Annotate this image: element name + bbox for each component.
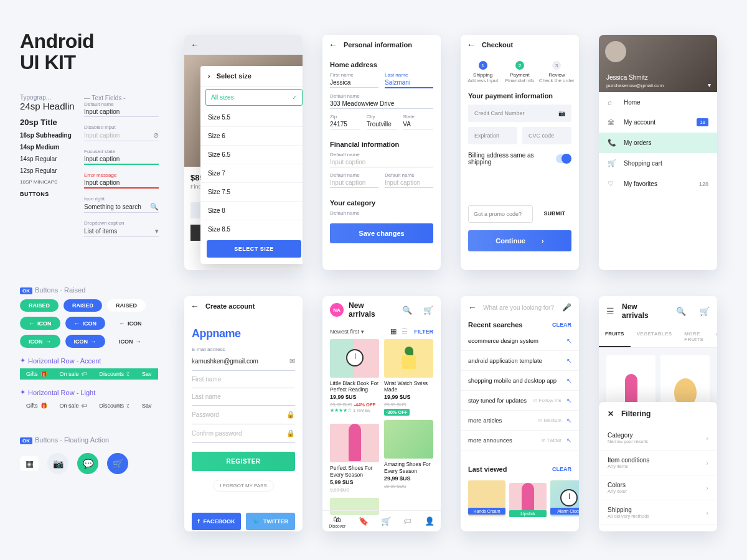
password-input[interactable]: Password🔒 [192,406,295,424]
hamburger-icon[interactable]: ☰ [606,306,614,316]
list-view-icon[interactable]: ☰ [402,327,408,335]
chip-light-gifts[interactable]: Gifts 🎁 [20,400,54,411]
fab-camera[interactable]: 📷 [47,453,68,474]
product-card[interactable]: Wrist Watch Swiss Made 19,99 $US 29,99 $… [384,339,433,415]
chip-light-discounts[interactable]: Discounts ٪ [93,400,136,411]
nav-discover-icon[interactable]: 🛍 [329,515,345,524]
close-icon[interactable]: ✕ [608,409,614,418]
drawer-favorites[interactable]: ♡My favorites128 [599,174,717,194]
drawer-home[interactable]: ⌂Home [599,92,717,112]
back-button[interactable]: ← [467,40,476,50]
drawer-orders[interactable]: 📞My orders [599,133,717,153]
filter-row-price[interactable]: Price rangeAny price› [599,525,717,531]
address-input[interactable]: 303 Meadowview Drive [330,99,433,109]
fab-message[interactable]: 💬 [77,453,98,474]
email-input[interactable]: kamushken@gmail.com✉ [192,352,295,371]
back-button[interactable]: ← [468,302,477,312]
zip-input[interactable]: 24175 [330,119,360,129]
fin-input-3[interactable]: Input caption [385,178,433,188]
search-icon[interactable]: 🔍 [402,306,412,315]
select-size-button[interactable]: SELECT SIZE [207,240,301,258]
icon-button-blue-left[interactable]: ←ICON [65,317,106,330]
city-input[interactable]: Troutville [367,119,397,129]
nav-profile-icon[interactable]: 👤 [425,516,435,526]
chip-light-onsale[interactable]: On sale 🏷 [54,400,93,411]
step-shipping[interactable]: 1ShippingAddress input [464,61,501,83]
avatar[interactable] [605,41,626,62]
tab-vegetables[interactable]: VEGETABLES [631,326,679,347]
clear-lastviewed-button[interactable]: CLEAR [552,466,571,472]
product-card[interactable]: Perfect Shoes For Every Season 5,99 $US … [330,420,379,492]
fab-grid[interactable]: ▦ [20,456,39,471]
fin-input-1[interactable]: Input caption [330,157,433,167]
size-option[interactable]: Size 5.5 [200,108,303,127]
first-name-input[interactable]: Jessica [330,78,378,88]
back-button[interactable]: ← [329,40,337,50]
size-option-all[interactable]: All sizes✓ [205,89,303,106]
confirm-password-input[interactable]: Confirm password🔒 [192,424,295,443]
size-option[interactable]: Size 8.5 [200,220,303,234]
tab-fruits[interactable]: FRUITS [599,326,631,347]
modal-close-icon[interactable]: › [208,72,210,80]
tab-overflow[interactable]: A [710,326,717,347]
icon-button-green-right[interactable]: ICON→ [20,335,60,348]
raised-button-green[interactable]: RAISED [20,299,59,312]
nav-cart-icon[interactable]: 🛒 [381,516,391,526]
promo-code-input[interactable]: Got a promo code? [468,205,533,223]
filter-row-shipping[interactable]: ShippingAll delivery methods› [599,500,717,525]
chip-discounts[interactable]: Discounts ٪ [93,368,136,380]
tf-default-input[interactable]: Input caption [84,107,159,117]
search-item[interactable]: shopping mobile and desktop app↖ [461,371,579,391]
icon-button-plain-right[interactable]: ICON→ [110,335,151,348]
sort-dropdown[interactable]: Newest first ▾ [330,329,364,335]
back-button[interactable]: ← [190,40,199,50]
tf-focused-input[interactable]: Input caption [84,154,159,165]
icon-button-blue-right[interactable]: ICON→ [65,335,106,348]
cart-icon[interactable]: 🛒 [423,306,433,315]
filter-row-category[interactable]: CategoryNarrow your results› [599,426,717,450]
filter-row-colors[interactable]: ColorsAny color› [599,475,717,500]
chevron-down-icon[interactable]: ▾ [708,82,711,88]
back-button[interactable]: ← [190,301,199,311]
lastviewed-item[interactable]: Hands Cream [468,480,505,517]
size-option[interactable]: Size 7.5 [200,183,303,202]
drawer-cart[interactable]: 🛒Shopping cart [599,153,717,174]
save-changes-button[interactable]: Save changes [330,223,433,243]
search-item[interactable]: more articlesin Medium↖ [461,411,579,431]
register-button[interactable]: REGISTER [192,452,295,471]
twitter-button[interactable]: 🐦TWITTER [246,513,295,530]
facebook-button[interactable]: fFACEBOOK [192,513,241,530]
size-option[interactable]: Size 8 [200,202,303,220]
billing-toggle[interactable] [556,154,571,163]
search-icon[interactable]: 🔍 [676,307,686,316]
continue-button[interactable]: Continue› [468,230,571,251]
chip-gifts[interactable]: Gifts 🎁 [20,368,54,380]
state-input[interactable]: VA [403,119,433,129]
last-name-input[interactable]: Last name [192,388,295,406]
forgot-password-link[interactable]: I FORGOT MY PASS [213,480,274,492]
last-name-input[interactable]: Salzmani [385,78,433,88]
size-option[interactable]: Size 6 [200,127,303,146]
cvc-input[interactable]: CVC code [522,127,571,144]
product-card[interactable]: Amazing Shoes For Every Season 29,99 $US… [384,420,433,492]
first-name-input[interactable]: First name [192,371,295,388]
fin-input-2[interactable]: Input caption [330,178,378,188]
step-review[interactable]: 3ReviewCheck the order [538,61,575,83]
cc-number-input[interactable]: Credit Card Number📷 [468,105,571,122]
icon-button-green-left[interactable]: ←ICON [20,317,60,330]
expiration-input[interactable]: Expiration [468,127,517,144]
camera-icon[interactable]: 📷 [558,110,565,116]
icon-button-plain-left[interactable]: ←ICON [110,317,151,330]
grid-view-icon[interactable]: ▦ [390,327,397,335]
size-option[interactable]: Size 6.5 [200,146,303,164]
submit-promo-button[interactable]: SUBMIT [538,205,572,223]
cart-icon[interactable]: 🛒 [700,307,710,316]
search-item[interactable]: ecommerce design system↖ [461,331,579,351]
search-input[interactable]: What are you looking for? [483,304,556,311]
chip-onsale[interactable]: On sale 🏷 [54,368,93,380]
drawer-account[interactable]: 🏛My account18 [599,112,717,133]
chip-save[interactable]: Sav [136,368,158,380]
search-item[interactable]: android application template↖ [461,351,579,371]
search-item[interactable]: stay tuned for updatesin Follow me↖ [461,391,579,411]
size-option[interactable]: Size 7 [200,164,303,183]
